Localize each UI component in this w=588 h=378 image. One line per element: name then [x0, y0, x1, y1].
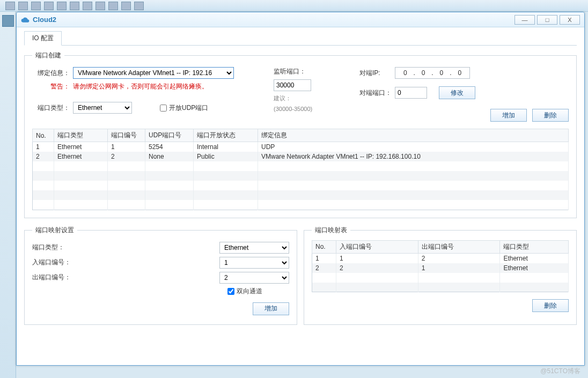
toolbar-icon[interactable]: [44, 2, 54, 10]
toolbar-icon[interactable]: [108, 2, 118, 10]
toolbar-icon[interactable]: [5, 2, 15, 10]
toolbar-icon[interactable]: [83, 2, 92, 10]
toolbar-icon[interactable]: [95, 2, 105, 10]
toolbar-icon[interactable]: [134, 2, 144, 10]
app-toolbar: [0, 0, 588, 12]
toolbar-icon[interactable]: [70, 2, 79, 10]
toolbar-icon[interactable]: [18, 2, 28, 10]
toolbar-icon[interactable]: [121, 2, 131, 10]
toolbar-icon[interactable]: [31, 2, 41, 10]
toolbar-icon[interactable]: [57, 2, 67, 10]
